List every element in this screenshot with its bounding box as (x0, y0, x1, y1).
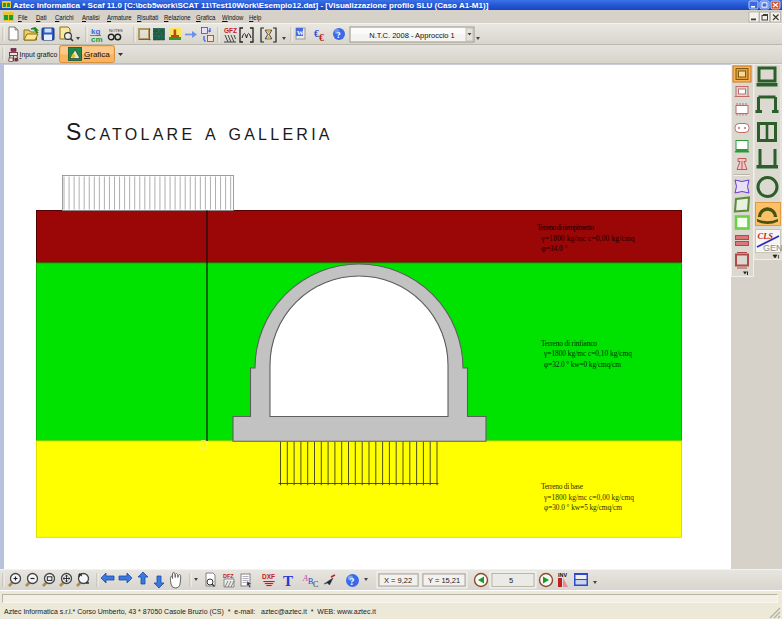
svg-text:DXF: DXF (262, 573, 275, 580)
svg-text:INV: INV (558, 572, 568, 578)
svg-text:DFZ: DFZ (223, 573, 234, 579)
svg-text:?: ? (350, 576, 355, 587)
svg-text:T: T (283, 573, 293, 589)
svg-text:C: C (313, 580, 318, 589)
svg-text:X = 9,22: X = 9,22 (384, 576, 412, 585)
svg-text:5: 5 (509, 576, 513, 585)
svg-text:Y = 15,21: Y = 15,21 (428, 576, 460, 585)
